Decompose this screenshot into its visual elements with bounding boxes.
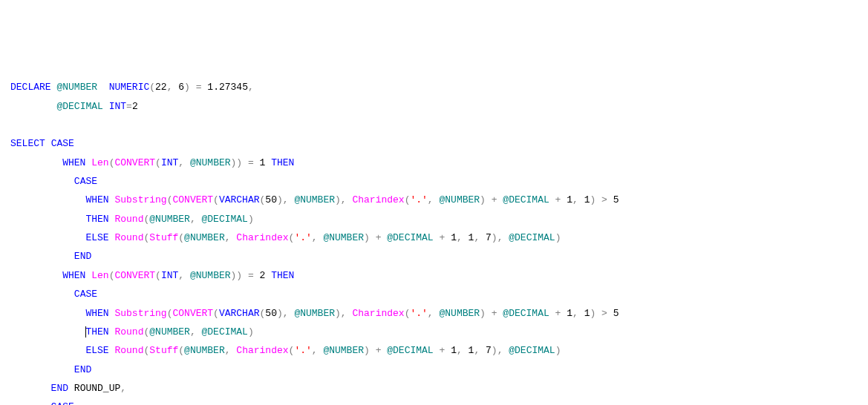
var-decimal: @DECIMAL	[387, 345, 433, 356]
var-number: @NUMBER	[56, 82, 97, 93]
num-5: 5	[613, 194, 619, 205]
punct-comma: ,	[572, 308, 578, 319]
punct-rparen: )	[236, 270, 242, 281]
keyword-when: WHEN	[85, 308, 108, 319]
var-decimal: @DECIMAL	[509, 345, 555, 356]
op-plus: +	[492, 194, 497, 205]
func-round: Round	[114, 345, 143, 356]
keyword-else: ELSE	[85, 232, 108, 243]
num-1: 1	[567, 194, 572, 205]
punct-comma: ,	[457, 232, 463, 243]
punct-comma: ,	[572, 194, 578, 205]
punct-rparen: )	[335, 194, 341, 205]
func-len: Len	[91, 270, 108, 281]
keyword-case: CASE	[74, 176, 97, 187]
op-plus: +	[555, 194, 561, 205]
var-number: @NUMBER	[294, 308, 335, 319]
type-int: INT	[109, 101, 126, 112]
func-convert: CONVERT	[114, 157, 155, 168]
punct-comma: ,	[312, 345, 318, 356]
type-int: INT	[161, 270, 178, 281]
func-len: Len	[91, 157, 108, 168]
punct-comma: ,	[341, 308, 347, 319]
punct-comma: ,	[190, 326, 196, 338]
punct-rparen: )	[480, 308, 486, 319]
var-number: @NUMBER	[184, 232, 225, 243]
func-substring: Substring	[114, 308, 166, 319]
op-gt: >	[601, 308, 607, 319]
var-decimal: @DECIMAL	[56, 101, 102, 112]
punct-lparen: (	[178, 232, 184, 243]
punct-comma: ,	[497, 232, 503, 243]
num-val1: 1.27345	[207, 82, 248, 93]
punct-comma: ,	[497, 345, 503, 356]
func-round: Round	[114, 232, 143, 243]
var-number: @NUMBER	[439, 308, 480, 319]
op-eq: =	[196, 82, 202, 93]
punct-rparen: )	[335, 308, 341, 319]
punct-comma: ,	[474, 232, 480, 243]
var-number: @NUMBER	[323, 232, 364, 243]
keyword-select: SELECT	[10, 138, 45, 149]
punct-lparen: (	[213, 194, 219, 205]
keyword-else: ELSE	[85, 345, 108, 356]
punct-rparen: )	[590, 194, 595, 205]
punct-comma: ,	[120, 383, 126, 394]
punct-rparen: )	[277, 308, 283, 319]
keyword-then: THEN	[85, 214, 108, 225]
keyword-case: CASE	[51, 401, 74, 405]
punct-lparen: (	[178, 345, 184, 356]
punct-comma: ,	[225, 232, 231, 243]
num-1: 1	[567, 308, 572, 319]
op-plus: +	[440, 232, 446, 243]
num-7: 7	[486, 232, 492, 243]
keyword-then: THEN	[85, 326, 108, 338]
punct-comma: ,	[167, 82, 173, 93]
func-convert: CONVERT	[114, 270, 155, 281]
op-eq: =	[248, 270, 254, 281]
keyword-then: THEN	[271, 270, 294, 281]
num-22: 22	[155, 82, 167, 93]
punct-comma: ,	[225, 345, 231, 356]
var-decimal: @DECIMAL	[503, 308, 549, 319]
num-50: 50	[265, 308, 277, 319]
var-number: @NUMBER	[323, 345, 364, 356]
punct-comma: ,	[341, 194, 347, 205]
op-eq: =	[126, 101, 132, 112]
num-50: 50	[265, 194, 277, 205]
type-varchar: VARCHAR	[219, 194, 260, 205]
punct-comma: ,	[457, 345, 463, 356]
var-decimal: @DECIMAL	[202, 326, 248, 338]
keyword-end: END	[51, 383, 68, 394]
func-charindex: Charindex	[236, 232, 288, 243]
num-1: 1	[260, 157, 266, 168]
type-int: INT	[161, 157, 178, 168]
punct-rparen: )	[184, 82, 190, 93]
punct-lparen: (	[213, 308, 219, 319]
punct-rparen: )	[480, 194, 486, 205]
num-2: 2	[132, 101, 138, 112]
op-plus: +	[376, 232, 382, 243]
str-dot: '.'	[294, 232, 311, 243]
var-number: @NUMBER	[190, 157, 231, 168]
keyword-end: END	[74, 251, 91, 262]
punct-comma: ,	[312, 232, 318, 243]
str-dot: '.'	[294, 345, 311, 356]
punct-comma: ,	[283, 194, 289, 205]
func-substring: Substring	[114, 194, 166, 205]
func-charindex: Charindex	[352, 308, 404, 319]
keyword-then: THEN	[271, 157, 294, 168]
punct-comma: ,	[428, 308, 434, 319]
punct-comma: ,	[190, 214, 196, 225]
func-charindex: Charindex	[352, 194, 404, 205]
func-round: Round	[114, 326, 143, 338]
num-2: 2	[260, 270, 266, 281]
punct-rparen: )	[492, 232, 497, 243]
op-plus: +	[376, 345, 382, 356]
keyword-case: CASE	[74, 289, 97, 300]
var-number: @NUMBER	[149, 326, 190, 338]
keyword-when: WHEN	[85, 194, 108, 205]
punct-rparen: )	[555, 232, 561, 243]
punct-comma: ,	[474, 345, 480, 356]
op-plus: +	[440, 345, 446, 356]
